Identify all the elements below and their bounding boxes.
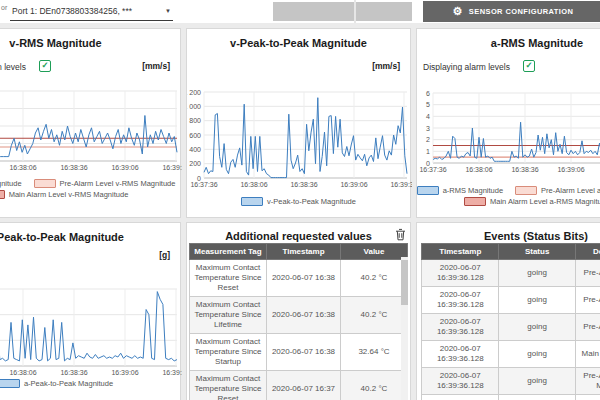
legend-item: a-RMS Magnitude	[417, 186, 503, 195]
cell-status: going	[499, 287, 575, 314]
cell-value: 40.2 °C	[341, 260, 408, 297]
svg-text:1 200: 1 200	[187, 89, 201, 96]
cell-timestamp: 2020-06-07 16:37	[267, 371, 341, 400]
svg-text:2: 2	[426, 136, 430, 143]
svg-text:16:38:36: 16:38:36	[60, 164, 87, 171]
legend-label: Main Alarm Level a-RMS Magnitude	[490, 197, 600, 206]
legend-swatch-pre	[34, 179, 56, 188]
svg-text:16:38:36: 16:38:36	[60, 369, 87, 376]
cell-description: Main Alarm a-RMS Magnitude	[575, 395, 600, 400]
chevron-down-icon: ▼	[165, 8, 171, 14]
alarm-levels-label: Displaying alarm levels	[423, 62, 510, 72]
svg-text:16:39:06: 16:39:06	[111, 164, 138, 171]
legend-label: v-Peak-to-Peak Magnitude	[267, 197, 356, 206]
cell-measurement-tag: Maximum Contact Temperature Since Lifeti…	[190, 297, 267, 334]
legend-label: Main Alarm Level v-RMS Magnitude	[9, 190, 129, 199]
cell-status: going	[499, 341, 575, 368]
legend-item: Main Alarm Level a-RMS Magnitude	[464, 197, 600, 206]
alarm-levels-label: Displaying alarm levels	[0, 62, 26, 72]
svg-text:16:39:06: 16:39:06	[111, 369, 138, 376]
table-row: 2020-06-07 16:39:36.128goingPre-Alarm a-…	[422, 368, 600, 395]
svg-text:1 000: 1 000	[187, 103, 201, 110]
column-header-description: Description	[575, 244, 600, 260]
table-row: Maximum Contact Temperature Since Reset2…	[190, 260, 408, 297]
line-chart-v-rms[interactable]: 16:37:3616:38:0616:38:3616:39:0616:39:36	[0, 75, 182, 195]
cell-status: going	[499, 395, 575, 400]
clipped-label-fragment: or	[1, 4, 7, 11]
column-header-measurement-tag: Measurement Tag	[190, 244, 267, 260]
table-row: 2020-06-07 16:39:36.128goingPre-Alarm v-…	[422, 260, 600, 287]
table-row: Maximum Contact Temperature Since Lifeti…	[190, 297, 408, 334]
panel-events: Events (Status Bits) TimestampStatusDesc…	[416, 222, 600, 400]
legend-swatch-series	[241, 197, 263, 206]
legend-item: v-Peak-to-Peak Magnitude	[241, 197, 356, 206]
svg-text:16:39:36: 16:39:36	[162, 164, 182, 171]
additional-values-table: Measurement TagTimestampValue Maximum Co…	[189, 243, 408, 400]
legend-swatch-series	[0, 379, 20, 388]
legend-swatch-main	[464, 197, 486, 206]
table-row: 2020-06-07 16:39:36.128goingMain Alarm v…	[422, 341, 600, 368]
legend-label: a-RMS Magnitude	[443, 186, 503, 195]
unit-label: [mm/s]	[372, 61, 400, 71]
cell-timestamp: 2020-06-07 16:38	[267, 260, 341, 297]
cell-status: going	[499, 368, 575, 395]
svg-text:3: 3	[426, 125, 430, 132]
panel-title: a-Peak-to-Peak Magnitude	[0, 231, 180, 243]
cell-timestamp: 2020-06-07 16:39:36.128	[422, 341, 499, 368]
toolbar-divider	[354, 0, 356, 23]
cell-description: Pre-Alarm a-RMS	[575, 314, 600, 341]
svg-text:16:38:36: 16:38:36	[511, 166, 538, 173]
legend-label: Pre-Alarm Level v-RMS Magnitude	[60, 179, 176, 188]
svg-text:800: 800	[189, 117, 201, 124]
cell-status: going	[499, 260, 575, 287]
table-row: Maximum Contact Temperature Since Startu…	[190, 334, 408, 371]
legend-item: Main Alarm Level v-RMS Magnitude	[0, 190, 128, 199]
panel-v-peak: v-Peak-to-Peak Magnitude [mm/s] 02004006…	[186, 28, 411, 218]
svg-text:400: 400	[189, 146, 201, 153]
panel-title: Additional requested values	[187, 230, 410, 242]
table-row: 2020-06-07 16:39:36.128goingPre-Alarm v-…	[422, 287, 600, 314]
cell-description: Main Alarm v-RMS	[575, 341, 600, 368]
svg-text:16:39:06: 16:39:06	[340, 181, 367, 188]
cell-description: Pre-Alarm v-RMS	[575, 260, 600, 287]
column-header-status: Status	[499, 244, 575, 260]
svg-text:600: 600	[189, 132, 201, 139]
cell-measurement-tag: Maximum Contact Temperature Since Startu…	[190, 334, 267, 371]
svg-text:16:38:36: 16:38:36	[290, 181, 317, 188]
alarm-levels-checkbox[interactable]: ✓	[523, 60, 535, 72]
panel-title: v-Peak-to-Peak Magnitude	[187, 37, 410, 49]
table-header-row: Measurement TagTimestampValue	[190, 244, 408, 260]
legend-label: a-Peak-to-Peak Magnitude	[24, 379, 113, 388]
column-header-value: Value	[341, 244, 408, 260]
legend-item: Pre-Alarm Level a-RMS Magnitude	[515, 186, 600, 195]
svg-text:16:38:06: 16:38:06	[465, 166, 492, 173]
cell-timestamp: 2020-06-07 16:38	[267, 334, 341, 371]
cell-measurement-tag: Maximum Contact Temperature Since Reset	[190, 371, 267, 400]
check-icon: ✓	[40, 61, 50, 70]
cell-value: 32.64 °C	[341, 334, 408, 371]
chart-legend: a-RMS MagnitudePre-Alarm Level a-RMS Mag…	[417, 186, 600, 206]
panel-title: v-RMS Magnitude	[0, 37, 180, 49]
svg-text:16:39:06: 16:39:06	[557, 166, 584, 173]
alarm-levels-checkbox[interactable]: ✓	[39, 60, 51, 72]
sensor-configuration-label: SENSOR CONFIGURATION	[469, 7, 574, 16]
chart-legend: v-Peak-to-Peak Magnitude	[187, 197, 410, 206]
cell-timestamp: 2020-06-07 16:38	[267, 297, 341, 334]
scrollbar-track[interactable]	[401, 257, 408, 400]
legend-swatch-main	[0, 190, 5, 199]
disabled-placeholder-button[interactable]	[273, 2, 412, 21]
panel-a-peak: a-Peak-to-Peak Magnitude [g] 16:37:3616:…	[0, 222, 181, 400]
svg-text:16:38:06: 16:38:06	[240, 181, 267, 188]
line-chart-a-rms[interactable]: 012345616:37:3616:38:0616:38:3616:39:061…	[417, 75, 600, 195]
legend-label: Pre-Alarm Level a-RMS Magnitude	[541, 186, 600, 195]
events-table: TimestampStatusDescription 2020-06-07 16…	[421, 243, 600, 400]
legend-label: v-RMS Magnitude	[0, 179, 22, 188]
svg-text:5: 5	[426, 101, 430, 108]
port-select-dropdown[interactable]: Port 1: DEn0738803384256, *** ▼	[10, 2, 173, 21]
line-chart-v-peak[interactable]: 02004006008001 0001 20016:37:3616:38:061…	[187, 75, 412, 200]
svg-text:6: 6	[426, 90, 430, 97]
scrollbar-thumb[interactable]	[401, 260, 408, 305]
unit-label: [mm/s]	[142, 61, 170, 71]
legend-item: a-Peak-to-Peak Magnitude	[0, 379, 113, 388]
sensor-configuration-button[interactable]: ⚙ SENSOR CONFIGURATION	[423, 1, 600, 22]
